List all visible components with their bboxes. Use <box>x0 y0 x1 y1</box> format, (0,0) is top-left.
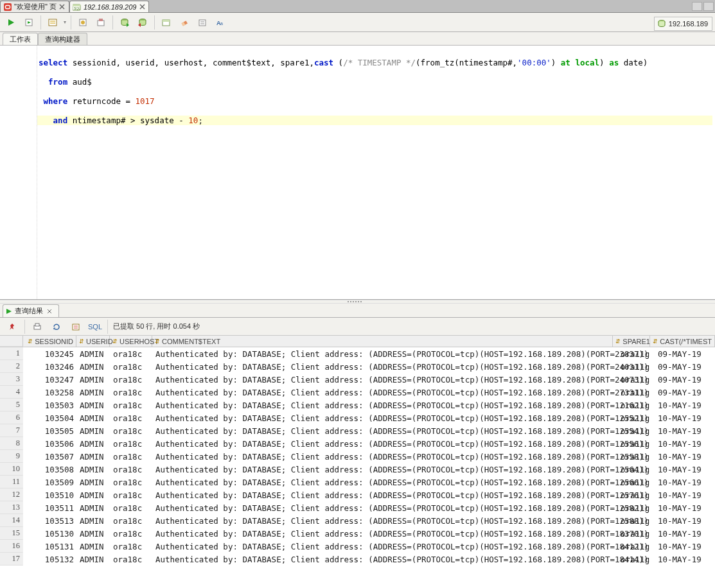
tab-next-icon[interactable] <box>703 2 714 11</box>
sort-icon: ⇵ <box>653 338 658 345</box>
table-row[interactable]: 8103506ADMINora18cAuthenticated by: DATA… <box>0 437 715 450</box>
table-row[interactable]: 4103258ADMINora18cAuthenticated by: DATA… <box>0 386 715 399</box>
connection-indicator[interactable]: 192.168.189 <box>654 17 712 31</box>
table-row[interactable]: 10103508ADMINora18cAuthenticated by: DAT… <box>0 463 715 476</box>
cell-spare1: ora11g <box>618 553 655 566</box>
refresh-button[interactable] <box>49 320 64 334</box>
cell-cast: 10-MAY-19 <box>655 527 715 540</box>
cell-sessionid: 103507 <box>23 450 77 463</box>
table-row[interactable]: 15105130ADMINora18cAuthenticated by: DAT… <box>0 527 715 540</box>
cell-comment: Authenticated by: DATABASE; Client addre… <box>153 527 618 540</box>
results-grid[interactable]: ⇵SESSIONID ⇵USERID ⇵USERHOST ⇵COMMENT$TE… <box>0 336 715 588</box>
table-row[interactable]: 7103505ADMINora18cAuthenticated by: DATA… <box>0 424 715 437</box>
cell-spare1: ora11g <box>618 527 655 540</box>
col-userid[interactable]: USERID <box>86 338 113 345</box>
cell-userid: ADMIN <box>77 360 110 373</box>
table-row[interactable]: 11103509ADMINora18cAuthenticated by: DAT… <box>0 476 715 489</box>
tab-connection[interactable]: SQL 192.168.189.209 <box>69 1 150 12</box>
table-row[interactable]: 12103510ADMINora18cAuthenticated by: DAT… <box>0 489 715 501</box>
table-row[interactable]: 5103503ADMINora18cAuthenticated by: DATA… <box>0 399 715 411</box>
tab-query-result[interactable]: 查询结果 <box>3 304 59 317</box>
tab-welcome[interactable]: "欢迎使用" 页 <box>0 1 69 12</box>
cell-userid: ADMIN <box>77 527 110 540</box>
sort-icon: ⇵ <box>615 338 621 345</box>
svg-marker-33 <box>6 309 12 314</box>
table-row[interactable]: 6103504ADMINora18cAuthenticated by: DATA… <box>0 411 715 424</box>
case-toggle-button[interactable]: Aa <box>213 15 227 30</box>
sort-icon: ⇵ <box>112 338 118 345</box>
tab-prev-icon[interactable] <box>692 2 702 11</box>
grid-header: ⇵SESSIONID ⇵USERID ⇵USERHOST ⇵COMMENT$TE… <box>0 336 715 347</box>
db-icon <box>657 19 666 28</box>
sql-history-button[interactable] <box>195 15 209 30</box>
cell-sessionid: 103246 <box>23 360 77 373</box>
autotrace-button[interactable] <box>76 15 90 30</box>
result-tab-label: 查询结果 <box>15 306 43 316</box>
cell-sessionid: 103247 <box>23 373 77 386</box>
close-icon[interactable] <box>46 307 53 315</box>
commit-button[interactable] <box>118 15 132 30</box>
row-number: 14 <box>0 514 23 527</box>
cell-cast: 10-MAY-19 <box>655 553 715 566</box>
col-sessionid[interactable]: SESSIONID <box>35 338 73 345</box>
run-script-button[interactable] <box>22 15 36 30</box>
cell-comment: Authenticated by: DATABASE; Client addre… <box>153 450 618 463</box>
print-button[interactable] <box>30 320 44 334</box>
table-row[interactable]: 16105131ADMINora18cAuthenticated by: DAT… <box>0 540 715 553</box>
sql-tuning-button[interactable] <box>94 15 108 30</box>
cell-userid: ADMIN <box>77 347 110 360</box>
close-icon[interactable] <box>138 3 146 11</box>
cell-spare1: ora11g <box>618 450 655 463</box>
svg-marker-9 <box>8 19 14 26</box>
cell-comment: Authenticated by: DATABASE; Client addre… <box>153 553 618 566</box>
cell-userhost: ora18c <box>110 373 153 386</box>
cell-cast: 10-MAY-19 <box>655 540 715 553</box>
table-row[interactable]: 13103511ADMINora18cAuthenticated by: DAT… <box>0 501 715 514</box>
table-row[interactable]: 9103507ADMINora18cAuthenticated by: DATA… <box>0 450 715 463</box>
cell-comment: Authenticated by: DATABASE; Client addre… <box>153 424 618 437</box>
row-number: 9 <box>0 450 23 463</box>
col-cast[interactable]: CAST(/*TIMEST <box>660 338 712 345</box>
clear-button[interactable] <box>177 15 191 30</box>
cell-sessionid: 103245 <box>23 347 77 360</box>
export-button[interactable] <box>69 320 83 334</box>
table-row[interactable]: 17105132ADMINora18cAuthenticated by: DAT… <box>0 553 715 566</box>
editor-gutter <box>0 46 37 299</box>
col-comment[interactable]: COMMENT$TEXT <box>162 338 220 345</box>
row-number: 4 <box>0 386 23 399</box>
unshared-worksheet-button[interactable] <box>159 15 173 30</box>
cell-comment: Authenticated by: DATABASE; Client addre… <box>153 347 618 360</box>
tab-worksheet[interactable]: 工作表 <box>3 33 38 45</box>
cell-sessionid: 103510 <box>23 489 77 501</box>
sql-worksheet-icon: SQL <box>73 3 82 12</box>
svg-rect-12 <box>49 19 57 26</box>
tab-builder-label: 查询构建器 <box>45 35 80 44</box>
cell-spare1: ora11g <box>618 476 655 489</box>
cell-spare1: ora11g <box>618 540 655 553</box>
table-row[interactable]: 2103246ADMINora18cAuthenticated by: DATA… <box>0 360 715 373</box>
rollback-button[interactable] <box>136 15 150 30</box>
col-spare1[interactable]: SPARE1 <box>622 338 650 345</box>
pin-button[interactable] <box>5 320 19 334</box>
cell-cast: 09-MAY-19 <box>655 373 715 386</box>
row-number: 10 <box>0 463 23 476</box>
run-button[interactable] <box>4 15 18 30</box>
cell-userid: ADMIN <box>77 540 110 553</box>
tab-query-builder[interactable]: 查询构建器 <box>38 33 87 45</box>
table-row[interactable]: 1103245ADMINora18cAuthenticated by: DATA… <box>0 347 715 360</box>
sql-toolbar: ▾ Aa <box>0 13 715 32</box>
cell-userhost: ora18c <box>110 527 153 540</box>
cell-sessionid: 103513 <box>23 514 77 527</box>
cell-comment: Authenticated by: DATABASE; Client addre… <box>153 514 618 527</box>
close-icon[interactable] <box>58 3 66 11</box>
cell-cast: 10-MAY-19 <box>655 450 715 463</box>
table-row[interactable]: 3103247ADMINora18cAuthenticated by: DATA… <box>0 373 715 386</box>
cell-comment: Authenticated by: DATABASE; Client addre… <box>153 399 618 411</box>
cell-userhost: ora18c <box>110 463 153 476</box>
sql-editor[interactable]: select sessionid, userid, userhost, comm… <box>37 46 715 299</box>
row-number: 7 <box>0 424 23 437</box>
tab-nav-icons <box>692 0 715 13</box>
table-row[interactable]: 14103513ADMINora18cAuthenticated by: DAT… <box>0 514 715 527</box>
sql-link[interactable]: SQL <box>88 323 102 331</box>
explain-plan-button[interactable] <box>46 15 60 30</box>
